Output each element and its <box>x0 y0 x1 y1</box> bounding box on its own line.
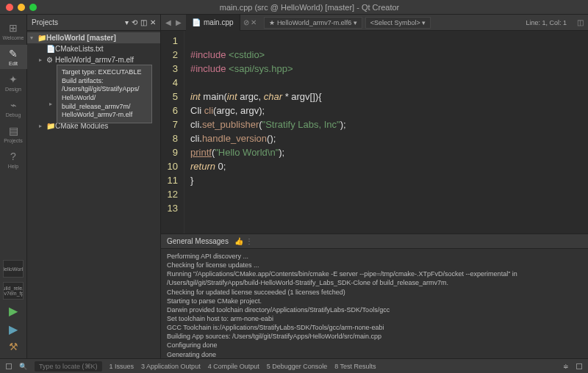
pane-issues[interactable]: 1 Issues <box>110 363 135 370</box>
run-button[interactable]: ▶ <box>9 304 18 318</box>
tree-item[interactable]: 📄CMakeLists.txt <box>27 43 160 54</box>
sidebar-toggle-icon[interactable] <box>6 363 12 369</box>
pane-debugger[interactable]: 5 Debugger Console <box>267 363 328 370</box>
editor-tabbar: ◀ ▶ 📄 main.cpp ⊘ ✕ ★ HelloWorld_armv7-m.… <box>161 15 588 31</box>
forward-icon[interactable]: ▶ <box>176 18 186 26</box>
titlebar: main.cpp (src @ HelloWorld) [master] - Q… <box>0 0 588 15</box>
grid-icon: ⊞ <box>9 22 18 34</box>
breadcrumb: ★ HelloWorld_armv7-m.elf6 ▾ <Select Symb… <box>259 17 526 29</box>
pane-compile[interactable]: 4 Compile Output <box>208 363 259 370</box>
pencil-icon: ✎ <box>9 48 18 59</box>
build-button[interactable]: ⚒ <box>9 341 18 352</box>
cpp-file-icon: 📄 <box>192 18 201 26</box>
sidebar-header: Projects ▾ ⟲ ◫ ✕ <box>27 15 160 31</box>
search-icon[interactable]: 🔍 <box>19 363 27 370</box>
sidebar: Projects ▾ ⟲ ◫ ✕ ▾📁HelloWorld [master] 📄… <box>27 15 161 358</box>
code-content[interactable]: #include <cstdio> #include <sapi/sys.hpp… <box>184 31 588 233</box>
output-title: General Messages <box>167 237 229 245</box>
project-tree: ▾📁HelloWorld [master] 📄CMakeLists.txt ▸⚙… <box>27 31 160 133</box>
line-gutter: 12345678910111213 <box>161 31 184 233</box>
close-sidebar-icon[interactable]: ✕ <box>150 18 156 26</box>
mode-edit[interactable]: ✎Edit <box>0 45 27 69</box>
bug-icon: ⌁ <box>10 99 16 111</box>
close-icon[interactable] <box>6 4 13 11</box>
window-title: main.cpp (src @ HelloWorld) [master] - Q… <box>37 3 582 12</box>
kit-project[interactable]: HelloWorld <box>3 260 24 278</box>
tree-item[interactable]: ▸⚙HelloWorld_armv7-m.elf <box>27 54 160 65</box>
editor-area: ◀ ▶ 📄 main.cpp ⊘ ✕ ★ HelloWorld_armv7-m.… <box>161 15 588 358</box>
mode-projects[interactable]: ▤Projects <box>0 122 27 146</box>
mode-debug[interactable]: ⌁Debug <box>0 96 27 120</box>
sidebar-title: Projects <box>32 18 58 26</box>
crumb-target[interactable]: ★ HelloWorld_armv7-m.elf6 ▾ <box>264 17 362 29</box>
minimize-icon[interactable] <box>18 4 25 11</box>
pane-tests[interactable]: 8 Test Results <box>334 363 376 370</box>
mode-welcome[interactable]: ⊞Welcome <box>0 19 27 43</box>
debug-run-button[interactable]: ▶ <box>9 322 18 336</box>
statusbar: 🔍 Type to locate (⌘K) 1 Issues 3 Applica… <box>0 358 588 373</box>
thumbs-icon[interactable]: 👍 ⋮ <box>234 237 253 245</box>
locator-input[interactable]: Type to locate (⌘K) <box>35 361 102 372</box>
back-icon[interactable]: ◀ <box>161 18 176 26</box>
filter-icon[interactable]: ▾ <box>125 18 129 26</box>
rail-bottom: HelloWorld build_rele... ...v7em_fpu ▶ ▶… <box>3 260 24 358</box>
output-header: General Messages 👍 ⋮ <box>161 234 588 249</box>
split-editor-icon[interactable]: ◫ <box>573 18 588 26</box>
zoom-icon[interactable] <box>29 4 37 11</box>
tab-close-icon[interactable]: ⊘ ✕ <box>240 18 260 26</box>
tree-root[interactable]: ▾📁HelloWorld [master] <box>27 32 160 43</box>
design-icon: ✦ <box>9 73 18 85</box>
split-icon[interactable]: ◫ <box>140 18 147 26</box>
crumb-symbol[interactable]: <Select Symbol> ▾ <box>365 17 431 29</box>
tooltip: Target type: EXECUTABLE Build artifacts:… <box>57 65 152 123</box>
projects-icon: ▤ <box>9 125 18 137</box>
editor-tab[interactable]: 📄 main.cpp <box>186 15 240 31</box>
kit-build[interactable]: build_rele... ...v7em_fpu <box>3 282 24 300</box>
mode-help[interactable]: ?Help <box>0 148 27 172</box>
sidebar-toolbar: ▾ ⟲ ◫ ✕ <box>125 18 156 26</box>
line-col-indicator[interactable]: Line: 1, Col: 1 <box>526 19 573 26</box>
window-controls <box>6 4 37 11</box>
sync-icon[interactable]: ⟲ <box>132 18 137 26</box>
output-toggle-icon[interactable] <box>576 363 582 369</box>
output-body[interactable]: Performing API discovery ... Checking fo… <box>161 249 588 358</box>
mode-rail: ⊞Welcome ✎Edit ✦Design ⌁Debug ▤Projects … <box>0 15 27 358</box>
output-pane: General Messages 👍 ⋮ Performing API disc… <box>161 233 588 358</box>
chevron-icon[interactable]: ≑ <box>563 363 569 370</box>
mode-design[interactable]: ✦Design <box>0 70 27 95</box>
pane-appoutput[interactable]: 3 Application Output <box>141 363 201 370</box>
help-icon: ? <box>10 151 16 162</box>
code-editor[interactable]: 12345678910111213 #include <cstdio> #inc… <box>161 31 588 233</box>
